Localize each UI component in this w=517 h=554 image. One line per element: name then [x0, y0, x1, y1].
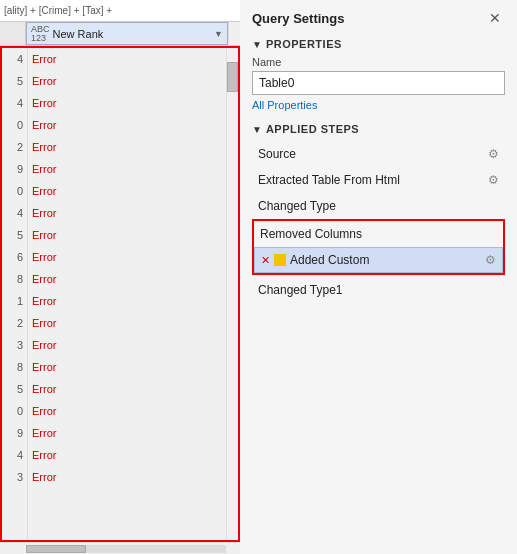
error-cell: Error [28, 334, 226, 356]
horizontal-scrollbar-thumb[interactable] [26, 545, 86, 553]
error-cell: Error [28, 356, 226, 378]
name-label: Name [252, 56, 505, 68]
data-table-body: 45402904568123850943 ErrorErrorErrorErro… [0, 46, 240, 542]
row-numbers-column: 45402904568123850943 [2, 48, 28, 540]
row-number-cell: 8 [2, 356, 27, 378]
row-number-cell: 8 [2, 268, 27, 290]
name-input[interactable] [252, 71, 505, 95]
error-cell: Error [28, 136, 226, 158]
row-number-cell: 9 [2, 422, 27, 444]
step-label: Source [258, 147, 488, 161]
right-panel: Query Settings ✕ ▼ PROPERTIES Name All P… [240, 0, 517, 554]
row-number-cell: 4 [2, 444, 27, 466]
horizontal-scrollbar-track [26, 545, 226, 553]
row-number-cell: 3 [2, 466, 27, 488]
row-number-cell: 5 [2, 70, 27, 92]
row-number-cell: 0 [2, 400, 27, 422]
error-cell: Error [28, 312, 226, 334]
left-panel: [ality] + [Crime] + [Tax] + ABC123 New R… [0, 0, 240, 554]
step-item-extracted-table[interactable]: Extracted Table From Html⚙ [252, 167, 505, 193]
step-item-added-custom[interactable]: ✕Added Custom⚙ [254, 247, 503, 273]
row-number-cell: 3 [2, 334, 27, 356]
error-cell: Error [28, 114, 226, 136]
properties-section-arrow: ▼ [252, 39, 262, 50]
row-number-cell: 2 [2, 136, 27, 158]
step-settings-icon[interactable]: ⚙ [485, 253, 496, 267]
row-number-cell: 9 [2, 158, 27, 180]
row-number-cell: 4 [2, 202, 27, 224]
name-property-group: Name All Properties [252, 56, 505, 123]
row-number-cell: 0 [2, 114, 27, 136]
formula-text: [ality] + [Crime] + [Tax] + [4, 5, 112, 16]
step-label: Added Custom [290, 253, 485, 267]
panel-header: Query Settings ✕ [252, 8, 505, 28]
error-cell: Error [28, 246, 226, 268]
step-settings-icon[interactable]: ⚙ [488, 147, 499, 161]
step-settings-icon[interactable]: ⚙ [488, 173, 499, 187]
error-cell: Error [28, 378, 226, 400]
applied-steps-section-header: ▼ APPLIED STEPS [252, 123, 505, 135]
scrollbar-thumb[interactable] [227, 62, 238, 92]
error-values-column: ErrorErrorErrorErrorErrorErrorErrorError… [28, 48, 226, 540]
error-cell: Error [28, 48, 226, 70]
row-number-cell: 0 [2, 180, 27, 202]
scrollbar-top-corner [228, 22, 240, 45]
row-number-cell: 1 [2, 290, 27, 312]
column-dropdown-icon[interactable]: ▼ [214, 29, 223, 39]
applied-steps-title: APPLIED STEPS [266, 123, 359, 135]
step-delete-icon[interactable]: ✕ [261, 254, 270, 267]
vertical-scrollbar[interactable] [226, 48, 238, 540]
error-cell: Error [28, 224, 226, 246]
error-cell: Error [28, 180, 226, 202]
error-cell: Error [28, 422, 226, 444]
row-num-header [0, 22, 26, 45]
steps-list: Source⚙Extracted Table From Html⚙Changed… [252, 141, 505, 303]
step-item-changed-type[interactable]: Changed Type [252, 193, 505, 219]
row-number-cell: 5 [2, 224, 27, 246]
step-label: Changed Type [258, 199, 499, 213]
formula-bar: [ality] + [Crime] + [Tax] + [0, 0, 240, 22]
close-button[interactable]: ✕ [485, 8, 505, 28]
all-properties-link[interactable]: All Properties [252, 99, 505, 111]
row-number-cell: 4 [2, 48, 27, 70]
row-number-cell: 5 [2, 378, 27, 400]
column-type-icon: ABC123 [31, 25, 50, 43]
step-label: Extracted Table From Html [258, 173, 488, 187]
step-label: Changed Type1 [258, 283, 499, 297]
step-item-changed-type1[interactable]: Changed Type1 [252, 277, 505, 303]
step-item-removed-columns[interactable]: Removed Columns [254, 221, 503, 247]
error-cell: Error [28, 92, 226, 114]
row-number-cell: 6 [2, 246, 27, 268]
step-item-source[interactable]: Source⚙ [252, 141, 505, 167]
error-cell: Error [28, 444, 226, 466]
error-cell: Error [28, 268, 226, 290]
error-cell: Error [28, 158, 226, 180]
step-warning-icon [274, 254, 286, 266]
step-label: Removed Columns [260, 227, 497, 241]
panel-title: Query Settings [252, 11, 344, 26]
error-cell: Error [28, 202, 226, 224]
properties-section-title: PROPERTIES [266, 38, 342, 50]
error-cell: Error [28, 466, 226, 488]
error-cell: Error [28, 70, 226, 92]
column-header-main[interactable]: ABC123 New Rank ▼ [26, 22, 228, 45]
error-cell: Error [28, 290, 226, 312]
applied-steps-arrow: ▼ [252, 124, 262, 135]
properties-section-header: ▼ PROPERTIES [252, 38, 505, 50]
error-cell: Error [28, 400, 226, 422]
row-number-cell: 4 [2, 92, 27, 114]
column-label: New Rank [53, 28, 212, 40]
horizontal-scrollbar[interactable] [0, 542, 240, 554]
column-header-row: ABC123 New Rank ▼ [0, 22, 240, 46]
row-number-cell: 2 [2, 312, 27, 334]
